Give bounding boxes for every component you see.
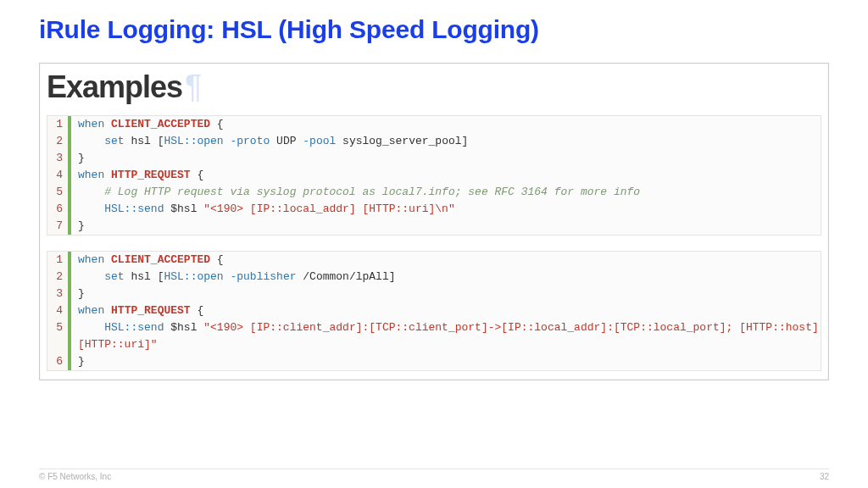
token-fn: HSL::send <box>104 202 164 215</box>
line-number: 6 <box>47 353 71 370</box>
token-plain: hsl [ <box>125 135 164 147</box>
line-number: 7 <box>47 218 71 235</box>
token-ev: HTTP_REQUEST <box>111 169 191 181</box>
line-number: 2 <box>47 133 71 150</box>
line-content: } <box>71 218 821 235</box>
token-cmt: # Log HTTP request via syslog protocol a… <box>104 186 640 198</box>
token-ev: CLIENT_ACCEPTED <box>111 253 210 266</box>
line-number: 3 <box>47 286 71 302</box>
token-plain: syslog_server_pool] <box>336 135 468 147</box>
code-line: 6 HSL::send $hsl "<190> [IP::local_addr]… <box>47 201 821 218</box>
line-content: # Log HTTP request via syslog protocol a… <box>71 184 821 201</box>
code-example-1: 1when CLIENT_ACCEPTED {2 set hsl [HSL::o… <box>47 115 821 236</box>
token-plain: hsl [ <box>125 270 164 283</box>
token-plain: } <box>78 219 85 232</box>
line-number: 4 <box>47 302 71 319</box>
footer: © F5 Networks, Inc 32 <box>39 469 829 481</box>
token-plain: { <box>191 169 204 181</box>
token-plain: } <box>78 355 85 368</box>
token-plain: /Common/lpAll] <box>296 270 395 283</box>
line-number: 6 <box>47 201 71 218</box>
token-plain <box>78 270 104 283</box>
token-kw: -publisher <box>230 270 296 283</box>
token-fn: HSL::open <box>164 270 223 283</box>
code-line: 4when HTTP_REQUEST { <box>47 167 821 184</box>
token-plain <box>78 321 104 334</box>
token-kw: set <box>104 135 124 147</box>
token-plain: } <box>78 152 85 164</box>
line-content: set hsl [HSL::open -publisher /Common/lp… <box>71 269 821 286</box>
line-content: when CLIENT_ACCEPTED { <box>71 252 821 269</box>
line-content: HSL::send $hsl "<190> [IP::local_addr] [… <box>71 201 821 218</box>
token-plain <box>104 169 111 181</box>
token-kw: when <box>78 118 104 130</box>
slide-title: iRule Logging: HSL (High Speed Logging) <box>39 15 829 44</box>
token-fn: HSL::send <box>104 321 164 334</box>
token-plain <box>104 304 111 317</box>
line-number: 3 <box>47 150 71 167</box>
line-content: } <box>71 353 821 370</box>
copyright-text: © F5 Networks, Inc <box>39 472 111 481</box>
code-line: 3} <box>47 286 821 302</box>
token-str: "<190> [IP::local_addr] [HTTP::uri]\n" <box>203 202 454 215</box>
token-kw: -proto <box>230 135 270 147</box>
token-ev: HTTP_REQUEST <box>111 304 191 317</box>
examples-heading: Examples ¶ <box>40 64 828 110</box>
slide: iRule Logging: HSL (High Speed Logging) … <box>0 0 868 488</box>
line-number: 5 <box>47 319 71 353</box>
line-content: when HTTP_REQUEST { <box>71 302 821 319</box>
token-plain: UDP <box>270 135 303 147</box>
line-number: 4 <box>47 167 71 184</box>
code-line: 1when CLIENT_ACCEPTED { <box>47 252 821 269</box>
code-example-2: 1when CLIENT_ACCEPTED {2 set hsl [HSL::o… <box>47 251 821 371</box>
token-plain: { <box>210 118 224 130</box>
line-content: HSL::send $hsl "<190> [IP::client_addr]:… <box>71 319 821 353</box>
line-content: } <box>71 150 821 167</box>
line-number: 2 <box>47 269 71 286</box>
code-line: 6} <box>47 353 821 370</box>
token-plain: $hsl <box>164 202 203 215</box>
pilcrow-icon: ¶ <box>185 69 201 105</box>
token-plain <box>78 135 104 147</box>
token-plain: $hsl <box>164 321 203 334</box>
examples-heading-text: Examples <box>47 69 182 105</box>
token-kw: when <box>78 304 104 317</box>
code-line: 5 HSL::send $hsl "<190> [IP::client_addr… <box>47 319 821 353</box>
line-number: 5 <box>47 184 71 201</box>
code-line: 4when HTTP_REQUEST { <box>47 302 821 319</box>
code-line: 3} <box>47 150 821 167</box>
token-plain: { <box>210 253 224 266</box>
token-plain: } <box>78 287 85 300</box>
token-plain <box>104 253 111 266</box>
line-content: } <box>71 286 821 302</box>
line-content: when CLIENT_ACCEPTED { <box>71 116 821 133</box>
token-ev: CLIENT_ACCEPTED <box>111 118 210 130</box>
token-kw: -pool <box>303 135 336 147</box>
code-line: 5 # Log HTTP request via syslog protocol… <box>47 184 821 201</box>
line-content: set hsl [HSL::open -proto UDP -pool sysl… <box>71 133 821 150</box>
line-number: 1 <box>47 116 71 133</box>
line-content: when HTTP_REQUEST { <box>71 167 821 184</box>
token-kw: when <box>78 169 104 181</box>
code-line: 1when CLIENT_ACCEPTED { <box>47 116 821 133</box>
token-kw: when <box>78 253 104 266</box>
line-number: 1 <box>47 252 71 269</box>
code-line: 7} <box>47 218 821 235</box>
page-number: 32 <box>820 472 829 481</box>
token-fn: HSL::open <box>164 135 223 147</box>
token-plain <box>78 186 104 198</box>
content-panel: Examples ¶ 1when CLIENT_ACCEPTED {2 set … <box>39 63 829 380</box>
code-line: 2 set hsl [HSL::open -publisher /Common/… <box>47 269 821 286</box>
token-plain: { <box>191 304 204 317</box>
code-line: 2 set hsl [HSL::open -proto UDP -pool sy… <box>47 133 821 150</box>
token-plain <box>104 118 111 130</box>
token-plain <box>78 202 104 215</box>
token-kw: set <box>104 270 124 283</box>
